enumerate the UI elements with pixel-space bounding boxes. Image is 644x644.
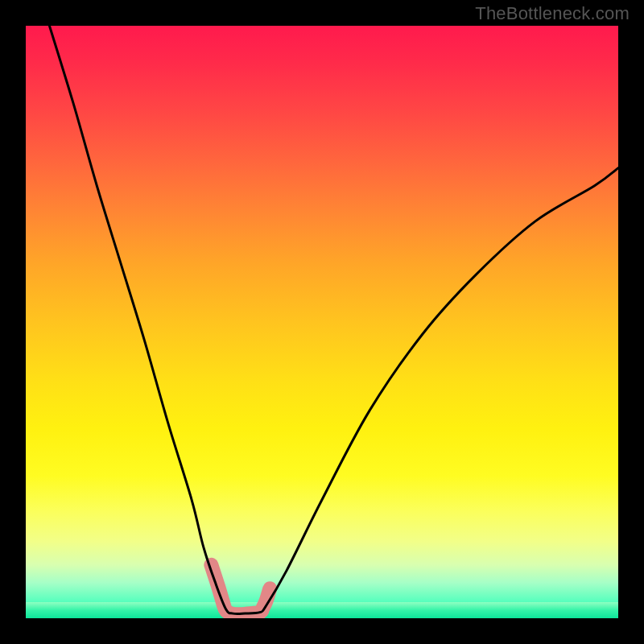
chart-container: TheBottleneck.com (0, 0, 644, 644)
curve-layer (26, 26, 618, 618)
plot-area (26, 26, 618, 618)
watermark-text: TheBottleneck.com (475, 3, 630, 24)
highlight-segment (211, 565, 270, 615)
bottleneck-curve (49, 26, 618, 614)
